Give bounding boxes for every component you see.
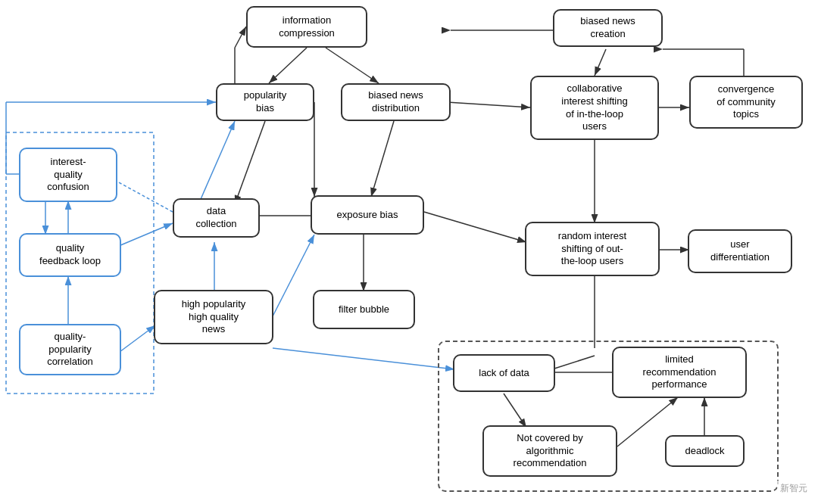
node-biased-news-dist: biased newsdistribution <box>341 83 451 121</box>
node-not-covered: Not covered byalgorithmicrecommendation <box>482 425 617 477</box>
svg-line-6 <box>235 121 265 204</box>
node-popularity-bias: popularitybias <box>216 83 314 121</box>
svg-line-8 <box>447 102 530 107</box>
svg-line-9 <box>371 121 394 197</box>
node-deadlock: deadlock <box>665 435 745 467</box>
node-random-interest: random interestshifting of out-the-loop … <box>525 222 660 276</box>
svg-line-21 <box>424 212 526 242</box>
node-exposure-bias: exposure bias <box>311 195 424 235</box>
node-collab-interest: collaborativeinterest shiftingof in-the-… <box>530 76 659 140</box>
svg-line-32 <box>273 348 454 369</box>
node-filter-bubble: filter bubble <box>313 290 415 329</box>
svg-line-25 <box>273 235 314 316</box>
svg-line-23 <box>117 182 173 212</box>
node-biased-news-creation: biased newscreation <box>553 9 663 47</box>
svg-line-5 <box>326 48 379 83</box>
svg-line-31 <box>120 325 155 352</box>
watermark: 新智元 <box>777 481 810 496</box>
node-interest-quality: interest-qualityconfusion <box>19 148 117 202</box>
node-user-diff: userdifferentiation <box>688 229 792 273</box>
svg-line-22 <box>198 121 235 204</box>
node-lack-of-data: lack of data <box>453 354 555 392</box>
svg-line-4 <box>269 48 307 83</box>
diagram: information compression popularitybias b… <box>0 0 818 504</box>
node-quality-pop-corr: quality-popularitycorrelation <box>19 324 121 375</box>
node-limited-rec: limitedrecommendationperformance <box>612 347 747 398</box>
svg-line-11 <box>595 49 606 76</box>
node-data-collection: datacollection <box>173 198 260 238</box>
node-info-compression: information compression <box>246 6 367 48</box>
node-high-pop-news: high popularityhigh qualitynews <box>154 290 273 344</box>
node-quality-feedback: qualityfeedback loop <box>19 233 121 277</box>
svg-line-38 <box>235 26 246 48</box>
node-convergence: convergenceof communitytopics <box>689 76 803 129</box>
